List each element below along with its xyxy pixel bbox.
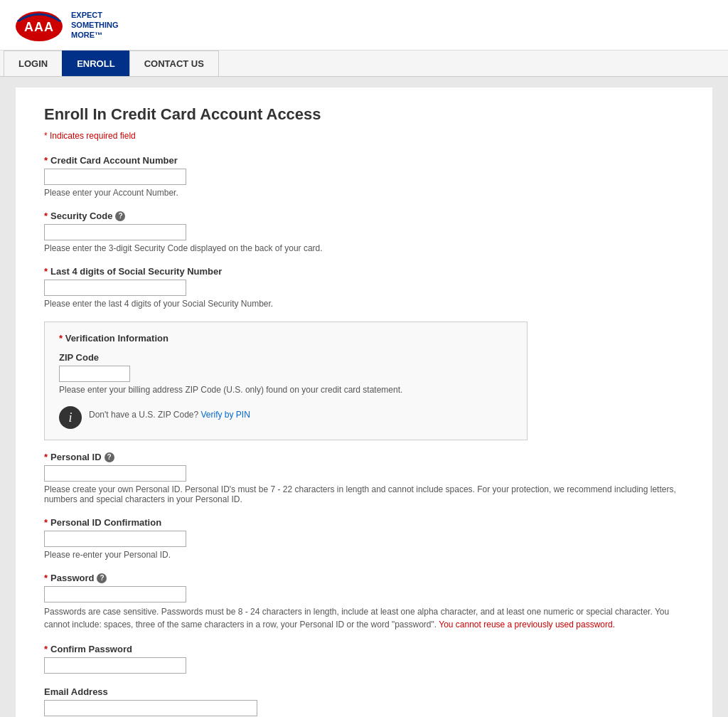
personal-id-confirm-group: * Personal ID Confirmation Please re-ent… bbox=[44, 517, 684, 560]
tagline: EXPECT SOMETHING MORE™ bbox=[71, 10, 119, 41]
required-star: * bbox=[44, 155, 48, 166]
confirm-password-label: * Confirm Password bbox=[44, 644, 684, 654]
ssn-last4-group: * Last 4 digits of Social Security Numbe… bbox=[44, 266, 684, 309]
security-code-hint: Please enter the 3-digit Security Code d… bbox=[44, 243, 684, 253]
main-content: Enroll In Credit Card Account Access * I… bbox=[16, 87, 712, 717]
zip-code-group: ZIP Code Please enter your billing addre… bbox=[59, 352, 513, 395]
personal-id-confirm-label: * Personal ID Confirmation bbox=[44, 517, 684, 528]
nav-contact[interactable]: CONTACT US bbox=[129, 51, 219, 76]
svg-text:AAA: AAA bbox=[24, 20, 54, 34]
required-note: * Indicates required field bbox=[44, 131, 684, 141]
zip-code-label: ZIP Code bbox=[59, 352, 513, 363]
security-code-help-icon[interactable]: ? bbox=[115, 211, 125, 221]
email-input[interactable] bbox=[44, 700, 257, 716]
security-code-group: * Security Code ? Please enter the 3-dig… bbox=[44, 211, 684, 253]
account-number-hint: Please enter your Account Number. bbox=[44, 188, 684, 198]
required-star-4: * bbox=[44, 452, 48, 462]
personal-id-help-icon[interactable]: ? bbox=[105, 452, 114, 462]
page-title: Enroll In Credit Card Account Access bbox=[44, 105, 684, 124]
confirm-password-group: * Confirm Password bbox=[44, 644, 684, 674]
confirm-password-input[interactable] bbox=[44, 657, 186, 674]
password-input[interactable] bbox=[44, 586, 186, 602]
ssn-last4-hint: Please enter the last 4 digits of your S… bbox=[44, 299, 684, 309]
account-number-group: * Credit Card Account Number Please ente… bbox=[44, 155, 684, 198]
zip-code-input[interactable] bbox=[59, 366, 130, 382]
personal-id-input[interactable] bbox=[44, 465, 186, 482]
personal-id-confirm-input[interactable] bbox=[44, 531, 186, 547]
ssn-last4-input[interactable] bbox=[44, 280, 186, 296]
ssn-last4-label: * Last 4 digits of Social Security Numbe… bbox=[44, 266, 684, 277]
required-star-7: * bbox=[44, 644, 48, 654]
verification-box: * Verification Information ZIP Code Plea… bbox=[44, 322, 528, 440]
required-star-3: * bbox=[44, 266, 48, 277]
password-group: * Password ? Passwords are case sensitiv… bbox=[44, 573, 684, 631]
page-header: AAA EXPECT SOMETHING MORE™ bbox=[0, 0, 728, 51]
logo-container: AAA EXPECT SOMETHING MORE™ bbox=[14, 7, 119, 43]
nav-enroll[interactable]: ENROLL bbox=[62, 51, 129, 76]
password-help-icon[interactable]: ? bbox=[97, 573, 107, 583]
personal-id-label: * Personal ID ? bbox=[44, 452, 684, 462]
personal-id-group: * Personal ID ? Please create your own P… bbox=[44, 452, 684, 504]
verify-pin-text: Don't have a U.S. ZIP Code? Verify by PI… bbox=[89, 406, 250, 420]
required-star-6: * bbox=[44, 573, 48, 583]
verification-req-star: * bbox=[59, 333, 63, 344]
security-code-label: * Security Code ? bbox=[44, 211, 684, 221]
nav-login[interactable]: LOGIN bbox=[4, 51, 63, 76]
verify-pin-row: i Don't have a U.S. ZIP Code? Verify by … bbox=[59, 406, 513, 429]
required-star-2: * bbox=[44, 211, 48, 221]
password-hint: Passwords are case sensitive. Passwords … bbox=[44, 605, 684, 631]
security-code-input[interactable] bbox=[44, 224, 186, 240]
zip-code-hint: Please enter your billing address ZIP Co… bbox=[59, 385, 513, 395]
email-label: Email Address bbox=[44, 686, 684, 697]
personal-id-confirm-hint: Please re-enter your Personal ID. bbox=[44, 550, 684, 560]
required-star-5: * bbox=[44, 517, 48, 528]
info-icon: i bbox=[59, 406, 82, 429]
verify-pin-link[interactable]: Verify by PIN bbox=[201, 410, 250, 420]
nav-bar: LOGIN ENROLL CONTACT US bbox=[0, 51, 728, 77]
aaa-logo-icon: AAA bbox=[14, 7, 64, 43]
account-number-input[interactable] bbox=[44, 169, 186, 185]
verification-title: * Verification Information bbox=[59, 333, 513, 344]
personal-id-hint: Please create your own Personal ID. Pers… bbox=[44, 484, 684, 504]
password-label: * Password ? bbox=[44, 573, 684, 583]
email-group: Email Address By entering your Email Add… bbox=[44, 686, 684, 717]
account-number-label: * Credit Card Account Number bbox=[44, 155, 684, 166]
